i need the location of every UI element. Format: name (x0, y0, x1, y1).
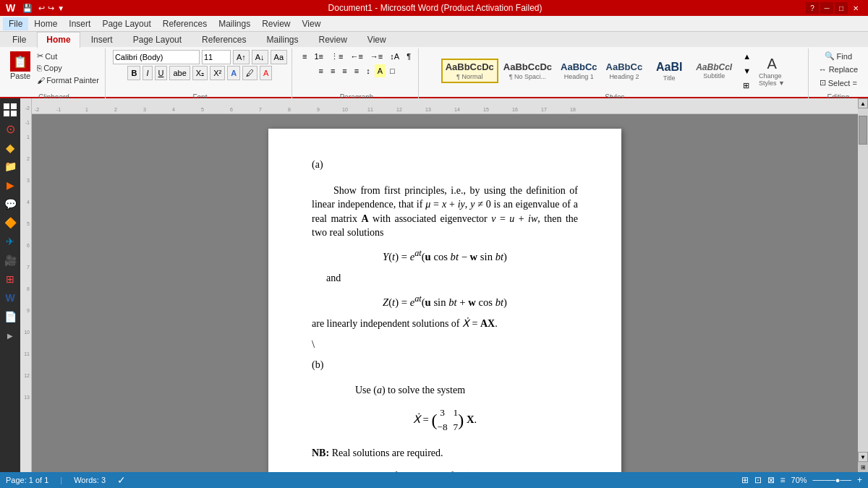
tab-mailings[interactable]: Mailings (257, 32, 307, 47)
side-telegram-icon[interactable]: ✈ (1, 233, 19, 250)
h-mark: 1 (85, 107, 88, 112)
redo-icon[interactable]: ↪ (48, 4, 54, 13)
scroll-up-button[interactable]: ▲ (858, 98, 868, 108)
maximize-button[interactable]: □ (835, 2, 848, 14)
align-left-button[interactable]: ≡ (315, 64, 326, 77)
align-center-button[interactable]: ≡ (328, 64, 338, 77)
view-full-icon[interactable]: ⊡ (754, 475, 762, 485)
increase-indent-button[interactable]: →≡ (367, 50, 386, 63)
tab-view[interactable]: View (358, 32, 396, 47)
style-subtitle[interactable]: AaBbCcI Subtitle (692, 60, 736, 82)
bold-button[interactable]: B (127, 66, 140, 80)
style-normal[interactable]: AaBbCcDc ¶ Normal (441, 59, 498, 83)
menu-references[interactable]: References (157, 17, 213, 30)
menu-file[interactable]: File (3, 17, 28, 30)
change-styles-button[interactable]: A ChangeStyles ▼ (755, 53, 788, 89)
clear-format-button[interactable]: Aa (271, 50, 287, 64)
menu-review[interactable]: Review (256, 17, 296, 30)
menu-mailings[interactable]: Mailings (213, 17, 256, 30)
style-heading2[interactable]: AaBbCc Heading 2 (603, 59, 647, 82)
scroll-track[interactable] (858, 108, 868, 452)
side-expand-icon[interactable]: ▶ (1, 327, 19, 344)
menu-page-layout[interactable]: Page Layout (96, 17, 156, 30)
font-color-button[interactable]: A (260, 66, 272, 80)
save-icon[interactable]: 💾 (22, 4, 33, 13)
justify-button[interactable]: ≡ (352, 64, 362, 77)
side-windows-btn[interactable] (1, 101, 19, 119)
bullets-button[interactable]: ≡ (299, 50, 310, 63)
highlight-button[interactable]: 🖊 (242, 66, 258, 80)
tab-review[interactable]: Review (309, 32, 356, 47)
style-title[interactable]: AaBI Title (647, 58, 691, 83)
minimize-button[interactable]: ─ (820, 2, 833, 14)
format-painter-button[interactable]: 🖌 Format Painter (35, 75, 101, 85)
style-h1-preview: AaBbCc (561, 61, 597, 73)
zoom-slider[interactable]: ────●── (813, 476, 851, 484)
help-button[interactable]: ? (806, 2, 819, 14)
side-pdf-icon[interactable]: 📄 (1, 308, 19, 325)
menu-view[interactable]: View (297, 17, 327, 30)
view-outline-icon[interactable]: ≡ (780, 475, 786, 485)
side-folder-icon[interactable]: 📁 (1, 158, 19, 175)
view-print-icon[interactable]: ⊞ (741, 475, 749, 485)
undo-icon[interactable]: ↩ (38, 4, 45, 13)
scroll-down-button[interactable]: ▼ (858, 452, 868, 462)
find-button[interactable]: 🔍 Find (822, 50, 855, 62)
customize-qa[interactable]: ▼ (57, 4, 64, 12)
scroll-thumb[interactable] (859, 116, 867, 145)
italic-button[interactable]: I (142, 66, 152, 80)
border-button[interactable]: □ (387, 64, 398, 77)
grow-font-button[interactable]: A↑ (233, 50, 250, 64)
side-apps-icon[interactable]: ⊞ (1, 270, 19, 288)
side-zoom-icon[interactable]: 🎥 (1, 252, 19, 269)
h-mark: -1 (56, 107, 61, 112)
tab-file[interactable]: File (3, 32, 35, 47)
cut-button[interactable]: ✂ Cut (35, 51, 101, 61)
shrink-font-button[interactable]: A↓ (252, 50, 268, 64)
sort-button[interactable]: ↕A (387, 50, 402, 63)
side-binance-icon[interactable]: ◆ (1, 139, 19, 156)
document-page[interactable]: (a) Show from first principles, i.e., by… (268, 129, 621, 472)
multilevel-button[interactable]: ⋮≡ (328, 50, 346, 63)
line-spacing-button[interactable]: ↕ (363, 64, 373, 77)
shading-button[interactable]: A (375, 64, 386, 77)
underline-button[interactable]: U (155, 66, 168, 80)
tab-page-layout[interactable]: Page Layout (124, 32, 191, 47)
strikethrough-button[interactable]: abe (169, 66, 190, 80)
styles-scroll-down[interactable]: ▼ (740, 64, 754, 77)
subscript-button[interactable]: X₂ (192, 66, 208, 80)
tab-insert[interactable]: Insert (82, 32, 122, 47)
side-chrome-icon[interactable]: ⊙ (1, 120, 19, 137)
style-normal-preview: AaBbCcDc (446, 61, 494, 73)
text-effects-button[interactable]: A (227, 66, 240, 80)
style-no-spacing[interactable]: AaBbCcDc ¶ No Spaci... (500, 59, 556, 82)
tab-home[interactable]: Home (37, 32, 80, 48)
side-play-icon[interactable]: ▶ (1, 176, 19, 194)
select-button[interactable]: ⊡ Select = (817, 77, 860, 89)
view-web-icon[interactable]: ⊠ (767, 475, 775, 485)
side-whatsapp-icon[interactable]: 💬 (1, 195, 19, 213)
styles-expand[interactable]: ⊞ (740, 79, 754, 92)
proofread-icon[interactable]: ✓ (117, 474, 126, 486)
font-name-input[interactable] (113, 50, 200, 64)
numbering-button[interactable]: 1≡ (311, 50, 326, 63)
replace-button[interactable]: ↔ Replace (816, 64, 861, 75)
font-size-input[interactable] (202, 50, 231, 64)
styles-content: AaBbCcDc ¶ Normal AaBbCcDc ¶ No Spaci...… (441, 50, 788, 92)
copy-button[interactable]: ⎘ Copy (35, 63, 101, 73)
menu-home[interactable]: Home (28, 17, 63, 30)
side-vlc-icon[interactable]: 🔶 (1, 214, 19, 231)
side-word-icon[interactable]: W (1, 289, 19, 307)
zoom-in-button[interactable]: + (857, 475, 862, 485)
superscript-button[interactable]: X² (210, 66, 225, 80)
menu-insert[interactable]: Insert (63, 17, 96, 30)
style-heading1[interactable]: AaBbCc Heading 1 (557, 59, 601, 82)
show-hide-button[interactable]: ¶ (404, 50, 414, 63)
paste-button[interactable]: 📋 Paste (7, 50, 33, 82)
decrease-indent-button[interactable]: ←≡ (347, 50, 365, 63)
document-scroll[interactable]: (a) Show from first principles, i.e., by… (32, 114, 858, 472)
styles-scroll-up[interactable]: ▲ (740, 50, 754, 63)
tab-references[interactable]: References (192, 32, 255, 47)
close-button[interactable]: ✕ (849, 2, 862, 14)
align-right-button[interactable]: ≡ (339, 64, 349, 77)
